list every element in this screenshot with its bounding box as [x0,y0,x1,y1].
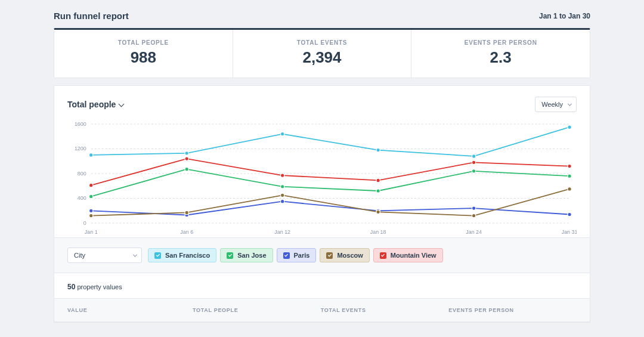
line-chart: 040080012001600Jan 1Jan 6Jan 12Jan 18Jan… [67,118,577,237]
svg-point-38 [472,214,475,217]
stat-value: 2,394 [233,48,411,67]
legend-label: Moscow [337,252,363,259]
checkbox-icon [283,252,290,259]
dimension-value: City [74,252,85,259]
checkbox-icon [326,252,333,259]
svg-point-24 [280,185,284,188]
checkbox-icon [380,252,386,259]
svg-point-39 [568,187,571,191]
svg-point-17 [185,152,188,155]
table-header: VALUE TOTAL PEOPLE TOTAL EVENTS EVENTS P… [54,298,590,322]
dimension-select[interactable]: City [67,248,142,263]
stat-label: TOTAL PEOPLE [54,39,233,46]
property-summary-label: property values [77,283,122,290]
col-value: VALUE [67,307,193,313]
chevron-down-icon [568,102,572,106]
date-range: Jan 1 to Jan 30 [539,12,590,20]
svg-point-43 [376,178,380,182]
legend-label: San Jose [237,252,266,259]
metric-dropdown[interactable]: Total people [67,100,123,109]
chart-area: 040080012001600Jan 1Jan 6Jan 12Jan 18Jan… [67,118,577,237]
svg-text:1200: 1200 [75,146,86,152]
svg-point-34 [89,214,93,217]
svg-point-22 [89,194,93,198]
checkbox-icon [154,252,161,259]
svg-text:0: 0 [83,220,86,226]
stat-value: 988 [54,48,233,67]
period-value: Weekly [541,101,563,108]
svg-point-36 [280,193,284,197]
svg-text:400: 400 [78,195,86,201]
svg-point-20 [472,154,475,158]
stat-value: 2.3 [411,48,590,67]
property-count: 50 [67,283,75,291]
svg-point-41 [185,157,188,160]
chevron-down-icon [133,253,137,257]
svg-point-32 [472,206,475,210]
period-select[interactable]: Weekly [535,97,577,112]
svg-point-27 [568,174,571,178]
svg-point-18 [280,132,284,135]
legend-pill[interactable]: San Jose [220,248,273,262]
svg-text:Jan 1: Jan 1 [85,229,98,235]
property-summary: 50 property values [54,273,590,298]
page-title: Run funnel report [54,11,129,21]
stat-item: TOTAL EVENTS2,394 [233,30,412,78]
metric-label: Total people [67,100,116,109]
svg-point-40 [89,184,93,187]
checkbox-icon [227,252,233,259]
svg-text:800: 800 [78,171,86,177]
stat-label: TOTAL EVENTS [233,39,411,46]
svg-text:1600: 1600 [75,121,86,127]
svg-text:Jan 24: Jan 24 [466,229,482,235]
col-people: TOTAL PEOPLE [193,307,321,313]
svg-point-16 [89,153,93,157]
chevron-down-icon [119,100,123,109]
svg-text:Jan 31: Jan 31 [562,229,577,235]
svg-point-45 [568,164,571,168]
legend-pill[interactable]: Moscow [320,248,369,262]
stat-label: EVENTS PER PERSON [411,39,590,46]
svg-point-37 [376,210,380,214]
svg-point-21 [568,125,571,129]
svg-text:Jan 18: Jan 18 [370,229,386,235]
legend-pill[interactable]: San Francisco [148,248,216,262]
property-table-card: 50 property values VALUE TOTAL PEOPLE TO… [54,273,590,323]
svg-point-25 [376,189,380,193]
legend-pill[interactable]: Paris [277,248,317,262]
legend-label: Paris [294,252,310,259]
svg-point-33 [568,212,571,216]
col-epp: EVENTS PER PERSON [448,307,577,313]
filter-bar: City San FranciscoSan JoseParisMoscowMou… [54,238,590,273]
stats-card: TOTAL PEOPLE988TOTAL EVENTS2,394EVENTS P… [54,28,590,78]
legend-label: San Francisco [165,252,210,259]
svg-point-44 [472,160,475,164]
legend-pill[interactable]: Mountain View [373,248,443,262]
svg-point-26 [472,169,475,173]
svg-point-28 [89,209,93,212]
svg-text:Jan 6: Jan 6 [180,229,193,235]
legend-label: Mountain View [391,252,436,259]
svg-point-42 [280,174,284,177]
svg-text:Jan 12: Jan 12 [274,229,290,235]
chart-card: Total people Weekly 040080012001600Jan 1… [54,85,590,238]
stat-item: TOTAL PEOPLE988 [54,30,233,78]
col-events: TOTAL EVENTS [321,307,449,313]
svg-point-35 [185,211,188,214]
svg-point-23 [185,168,188,171]
svg-point-30 [280,200,284,203]
stat-item: EVENTS PER PERSON2.3 [411,30,590,78]
svg-point-19 [376,148,380,152]
